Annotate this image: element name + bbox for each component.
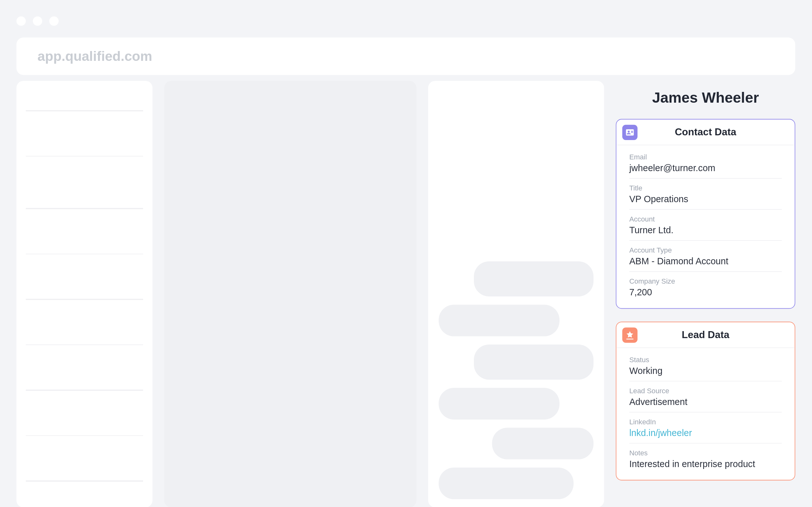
lead-data-body: Status Working Lead Source Advertisement… [616,348,795,480]
field-account-type: Account Type ABM - Diamond Account [629,241,782,272]
url-text: app.qualified.com [38,49,152,64]
contact-data-title: Contact Data [622,126,789,138]
lead-data-title: Lead Data [622,329,789,341]
field-value-link[interactable]: lnkd.in/jwheeler [629,428,782,438]
chat-bubble [492,428,594,459]
lead-data-header: Lead Data [616,322,795,348]
field-label: Email [629,153,782,161]
field-label: LinkedIn [629,418,782,426]
chat-bubble [439,304,560,336]
chat-panel [428,81,604,507]
field-company-size: Company Size 7,200 [629,272,782,302]
window-controls [16,16,59,26]
field-label: Account Type [629,246,782,255]
sidebar-placeholder-line [26,435,143,436]
field-label: Notes [629,449,782,457]
sidebar-placeholder-line [26,208,143,209]
visitor-name: James Wheeler [616,81,795,106]
lead-data-card: Lead Data Status Working Lead Source Adv… [616,322,795,481]
field-value: Advertisement [629,397,782,407]
field-lead-source: Lead Source Advertisement [629,382,782,412]
field-value: Working [629,366,782,376]
sidebar-placeholder-line [26,253,143,255]
field-value: jwheeler@turner.com [629,163,782,173]
contact-card-icon [622,124,638,140]
field-account: Account Turner Ltd. [629,210,782,241]
lead-star-icon [622,327,638,343]
field-label: Account [629,215,782,223]
field-notes: Notes Interested in enterprise product [629,444,782,474]
field-email: Email jwheeler@turner.com [629,148,782,179]
traffic-light-dot [16,16,26,26]
contact-data-header: Contact Data [616,119,795,145]
sidebar-placeholder-line [26,156,143,157]
chat-bubble [439,468,573,499]
contact-data-body: Email jwheeler@turner.com Title VP Opera… [616,146,795,308]
sidebar-placeholder-line [26,481,143,481]
sidebar-placeholder-line [26,110,143,111]
center-panel [164,81,416,507]
field-value: ABM - Diamond Account [629,256,782,267]
field-label: Lead Source [629,387,782,395]
chat-bubble [474,344,594,380]
info-column: James Wheeler Contact Data Email jwheele… [616,81,795,507]
field-value: Turner Ltd. [629,225,782,235]
field-status: Status Working [629,350,782,382]
field-label: Company Size [629,277,782,285]
chat-bubble [474,262,594,297]
sidebar-placeholder-line [26,299,143,300]
chat-bubble [439,388,560,419]
field-value: VP Operations [629,194,782,205]
url-bar[interactable]: app.qualified.com [16,38,795,75]
sidebar-placeholder-line [26,344,143,345]
traffic-light-dot [33,16,43,26]
field-linkedin: LinkedIn lnkd.in/jwheeler [629,412,782,444]
contact-data-card: Contact Data Email jwheeler@turner.com T… [616,119,795,308]
field-value: Interested in enterprise product [629,459,782,469]
field-label: Status [629,355,782,364]
field-label: Title [629,184,782,192]
sidebar-panel [16,81,153,507]
sidebar-placeholder-line [26,390,143,391]
field-value: 7,200 [629,287,782,297]
field-title: Title VP Operations [629,179,782,210]
traffic-light-dot [49,16,59,26]
